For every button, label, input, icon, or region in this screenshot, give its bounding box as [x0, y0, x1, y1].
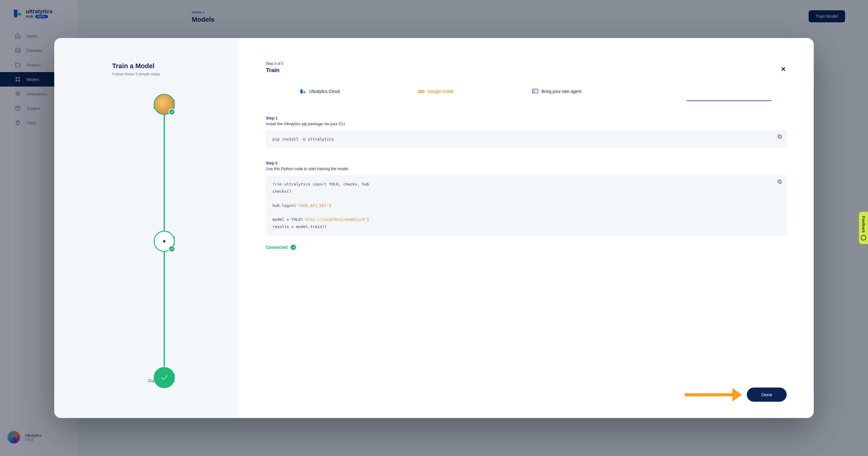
- tab-bring-your-own-agent[interactable]: Bring your own agent: [532, 88, 581, 100]
- svg-rect-12: [779, 136, 781, 138]
- modal-overlay: Train a Model Follow these 3 simple step…: [0, 0, 868, 456]
- wizard-step-train[interactable]: Train Custom Agent: [54, 367, 239, 389]
- done-button[interactable]: Done: [747, 388, 786, 402]
- step2-desc: Use this Python code to start training t…: [266, 167, 786, 171]
- svg-rect-14: [779, 181, 781, 183]
- step-counter: Step 3 of 3: [266, 61, 786, 66]
- active-tab-underline: [687, 101, 772, 101]
- code-text: pip install -U ultralytics: [273, 137, 334, 141]
- connected-label: Connected: [266, 245, 287, 250]
- model-bubble: [154, 231, 175, 252]
- colab-icon: [418, 88, 425, 95]
- tab-label: Ultralytics Cloud: [309, 89, 340, 94]
- tab-label: Google Colab: [428, 89, 454, 94]
- svg-point-9: [418, 90, 421, 93]
- connected-check-icon: [290, 245, 296, 250]
- close-button[interactable]: [780, 66, 786, 73]
- connection-status: Connected: [266, 245, 786, 250]
- terminal-icon: [532, 88, 538, 95]
- svg-rect-13: [778, 135, 781, 138]
- code-step: Step 2 Use this Python code to start tra…: [266, 161, 786, 235]
- step2-head: Step 2: [266, 161, 786, 165]
- agent-tabs: Ultralytics Cloud Google Colab Bring you…: [266, 88, 786, 100]
- svg-rect-7: [301, 89, 303, 94]
- step1-code: pip install -U ultralytics: [266, 130, 786, 148]
- tab-ultralytics-cloud[interactable]: Ultralytics Cloud: [300, 88, 340, 100]
- feedback-icon: [861, 235, 866, 241]
- tab-google-colab[interactable]: Google Colab: [418, 88, 454, 100]
- wizard-steps-panel: Train a Model Follow these 3 simple step…: [54, 38, 239, 418]
- copy-button[interactable]: [777, 179, 782, 184]
- feedback-label: Feedback: [861, 216, 866, 232]
- wizard-step-model[interactable]: Model YOLOv8n: [54, 230, 239, 252]
- feedback-tab[interactable]: Feedback: [859, 212, 868, 244]
- svg-point-8: [303, 91, 305, 93]
- content-title: Train: [266, 67, 786, 74]
- ultralytics-logo-icon: [300, 88, 306, 95]
- copy-button[interactable]: [777, 134, 782, 139]
- svg-rect-15: [778, 180, 781, 182]
- step2-code: from ultralytics import YOLO, checks, hu…: [266, 175, 786, 235]
- callout-arrow-icon: [685, 388, 742, 401]
- wizard-content-panel: Step 3 of 3 Train Ultralytics Cloud: [239, 38, 814, 418]
- train-bubble: [154, 367, 175, 388]
- step1-desc: Install the Ultralytics pip package via …: [266, 121, 786, 126]
- train-model-modal: Train a Model Follow these 3 simple step…: [54, 38, 814, 418]
- wizard-step-dataset[interactable]: Dataset My Dataset: [54, 93, 239, 115]
- dataset-thumbnail: [154, 94, 175, 115]
- wizard-subtitle: Follow these 3 simple steps: [64, 72, 228, 76]
- step1-head: Step 1: [266, 116, 786, 120]
- tab-label: Bring your own agent: [541, 89, 581, 94]
- check-badge-icon: [168, 109, 175, 115]
- install-step: Step 1 Install the Ultralytics pip packa…: [266, 116, 786, 148]
- wizard-title: Train a Model: [64, 62, 228, 70]
- svg-point-10: [422, 90, 424, 93]
- check-badge-icon: [168, 246, 175, 252]
- svg-rect-11: [532, 89, 538, 93]
